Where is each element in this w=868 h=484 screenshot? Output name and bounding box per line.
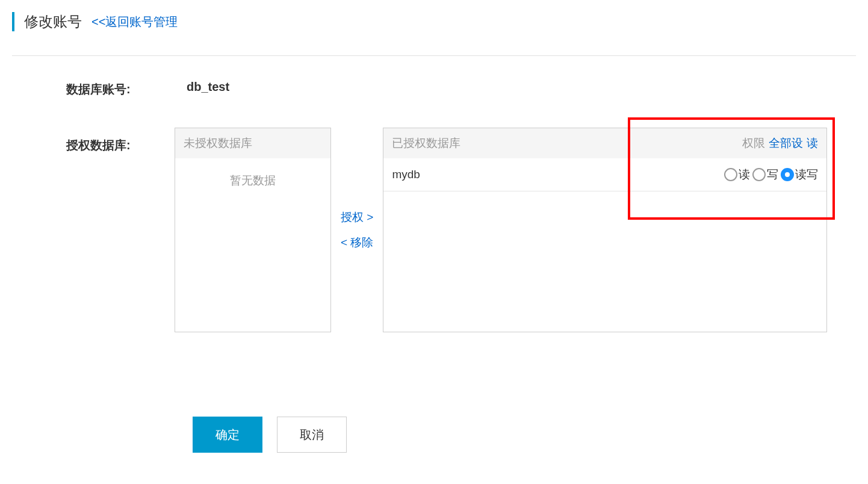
authorize-label: 授权数据库: <box>66 128 175 154</box>
account-row: 数据库账号: db_test <box>12 80 856 98</box>
radio-readwrite[interactable]: 读写 <box>781 167 818 182</box>
authorized-panel: 已授权数据库 权限 全部设 读 mydb 读 <box>383 128 827 332</box>
account-label: 数据库账号: <box>66 80 175 98</box>
permission-radio-group: 读 写 读写 <box>724 167 818 182</box>
account-value: db_test <box>175 80 229 98</box>
set-all-link[interactable]: 全部设 <box>769 135 803 151</box>
radio-readwrite-circle <box>781 168 794 181</box>
confirm-button[interactable]: 确定 <box>193 417 262 453</box>
back-link[interactable]: <<返回账号管理 <box>91 14 178 30</box>
radio-write[interactable]: 写 <box>752 167 778 182</box>
transfer-buttons: 授权 > < 移除 <box>331 128 383 332</box>
authorize-button[interactable]: 授权 > <box>341 209 373 225</box>
no-data-text: 暂无数据 <box>175 158 330 203</box>
authorized-header-text: 已授权数据库 <box>392 135 460 151</box>
cancel-button[interactable]: 取消 <box>277 417 347 453</box>
permission-header-extra: 权限 全部设 读 <box>742 135 818 151</box>
unauthorized-panel: 未授权数据库 暂无数据 <box>175 128 331 332</box>
radio-read-label: 读 <box>739 167 750 182</box>
permission-label: 权限 <box>742 135 765 151</box>
authorized-header: 已授权数据库 权限 全部设 读 <box>383 128 826 158</box>
radio-readwrite-label: 读写 <box>795 167 818 182</box>
radio-read-circle <box>724 168 737 181</box>
set-read-link[interactable]: 读 <box>807 135 818 151</box>
radio-write-circle <box>752 168 766 181</box>
radio-read[interactable]: 读 <box>724 167 750 182</box>
action-row: 确定 取消 <box>12 417 856 453</box>
page-header: 修改账号 <<返回账号管理 <box>12 12 856 56</box>
db-item[interactable]: mydb 读 写 读写 <box>383 158 826 191</box>
page-title: 修改账号 <box>12 12 82 31</box>
remove-button[interactable]: < 移除 <box>341 235 373 250</box>
transfer-container: 未授权数据库 暂无数据 授权 > < 移除 已授权数据库 权限 全部设 读 <box>175 128 827 332</box>
unauthorized-header: 未授权数据库 <box>175 128 330 158</box>
authorize-row: 授权数据库: 未授权数据库 暂无数据 授权 > < 移除 已授权数据库 权限 全… <box>12 128 856 332</box>
radio-write-label: 写 <box>767 167 778 182</box>
db-item-name: mydb <box>392 168 420 181</box>
